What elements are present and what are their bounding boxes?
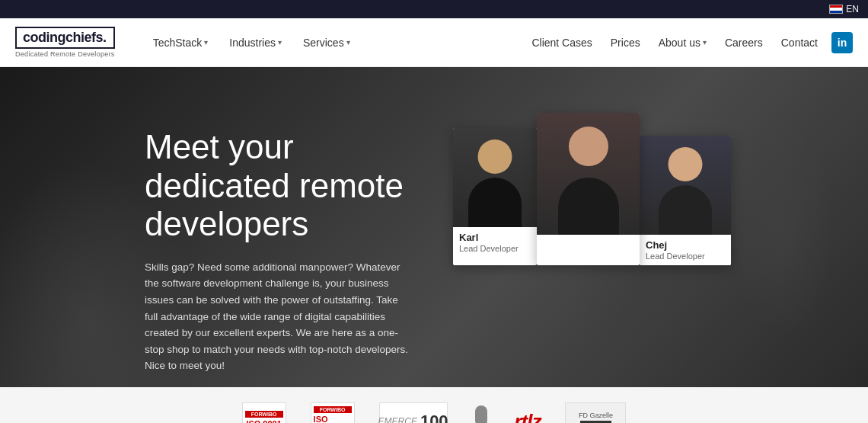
logos-bar: FORWIBO ISO 9001 gecertificeerd FORWIBO … — [0, 387, 868, 423]
language-label: EN — [846, 4, 859, 14]
top-bar: EN — [0, 0, 868, 18]
industries-dropdown-arrow: ▾ — [278, 38, 282, 46]
emerce-number: 100 — [420, 412, 448, 423]
nav-client-cases[interactable]: Client Cases — [524, 30, 599, 55]
emerce-100-badge: EMERCE 100 — [379, 402, 448, 423]
nav-left: TechStack ▾ Industries ▾ Services ▾ — [145, 30, 358, 55]
karl-name: Karl — [459, 232, 531, 243]
iso-9001-number: ISO 9001 — [246, 419, 281, 424]
rtlz-label: rtlz — [514, 410, 541, 424]
services-dropdown-arrow: ▾ — [346, 38, 350, 46]
aboutus-dropdown-arrow: ▾ — [703, 38, 707, 46]
fd-gazelle-badge: FD Gazelle 2023 — [565, 402, 626, 423]
nav-about-us[interactable]: About us ▾ — [651, 30, 714, 55]
hero-content: Meet your dedicated remote developers Sk… — [0, 67, 442, 387]
nav-techstack[interactable]: TechStack ▾ — [145, 30, 216, 55]
nav-services[interactable]: Services ▾ — [295, 30, 358, 55]
karl-role: Lead Developer — [459, 244, 531, 253]
logo[interactable]: codingchiefs. — [15, 27, 115, 49]
chej-info: Chej Lead Developer — [640, 235, 731, 265]
karl-photo — [453, 128, 537, 227]
hero-description: Skills gap? Need some additional manpowe… — [145, 259, 411, 374]
kris-photo — [537, 113, 640, 235]
nl-flag-icon — [829, 5, 843, 14]
language-selector[interactable]: EN — [829, 4, 859, 14]
techstack-dropdown-arrow: ▾ — [204, 38, 208, 46]
nav-industries[interactable]: Industries ▾ — [222, 30, 289, 55]
karl-info: Karl Lead Developer — [453, 227, 537, 258]
navbar: codingchiefs. Dedicated Remote Developer… — [0, 18, 868, 67]
nav-right: Client Cases Prices About us ▾ Careers C… — [524, 30, 853, 55]
emerce-label: EMERCE — [378, 416, 417, 423]
developer-card-karl: Karl Lead Developer — [453, 128, 537, 265]
developer-cards: Karl Lead Developer Kris Senior Python D… — [453, 128, 731, 265]
logo-subtitle: Dedicated Remote Developers — [15, 50, 115, 58]
iso-27001-badge: FORWIBO ISO 27001 gecertificeerd — [311, 402, 355, 423]
bnr-badge: BNR — [472, 402, 490, 423]
chej-name: Chej — [646, 239, 725, 251]
nav-careers[interactable]: Careers — [717, 30, 771, 55]
nav-contact[interactable]: Contact — [774, 30, 825, 55]
iso-9001-brand-top: FORWIBO — [245, 411, 283, 418]
hero-title: Meet your dedicated remote developers — [145, 128, 411, 244]
developer-card-kris: Kris Senior Python Django Developer — [537, 113, 640, 265]
chej-photo — [640, 136, 731, 235]
iso-27001-brand-top: FORWIBO — [314, 406, 352, 413]
linkedin-button[interactable]: in — [831, 32, 853, 53]
nav-prices[interactable]: Prices — [603, 30, 648, 55]
emerce-badge-box: EMERCE 100 — [379, 402, 448, 423]
fd-top-label: FD Gazelle — [579, 412, 613, 419]
chej-role: Lead Developer — [646, 252, 725, 261]
developer-card-chej: Chej Lead Developer — [640, 136, 731, 265]
iso-9001-badge: FORWIBO ISO 9001 gecertificeerd — [242, 402, 286, 423]
logo-area[interactable]: codingchiefs. Dedicated Remote Developer… — [15, 27, 115, 58]
iso-27001-number: ISO 27001 — [314, 415, 352, 424]
hero-section: Meet your dedicated remote developers Sk… — [0, 67, 868, 387]
rtlz-badge: rtlz — [514, 402, 541, 423]
